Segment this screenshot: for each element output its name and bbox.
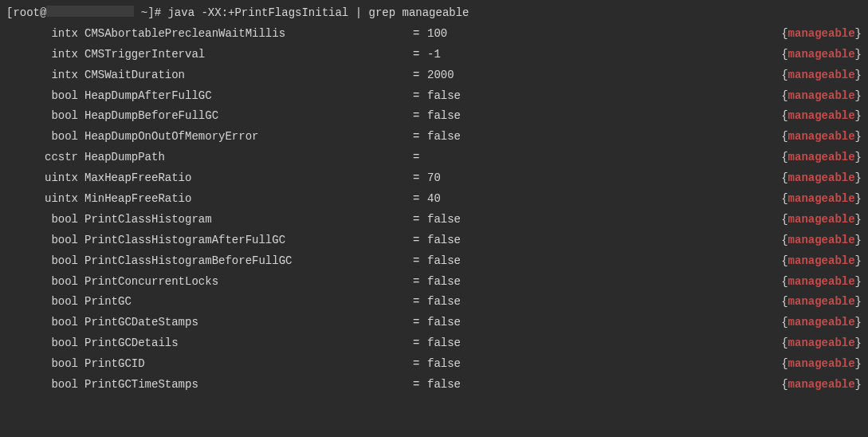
flag-tag: {manageable} (781, 333, 862, 354)
flag-tag-label: manageable (788, 171, 855, 184)
equals-sign: = (413, 210, 427, 230)
flag-row: boolPrintClassHistogram= false{manageabl… (6, 210, 862, 230)
flag-type: bool (6, 210, 78, 230)
flag-row: uintxMaxHeapFreeRatio= 70{manageable} (6, 168, 862, 189)
flag-value: false (427, 375, 781, 396)
flag-row: ccstrHeapDumpPath= {manageable} (6, 148, 862, 168)
flag-name: PrintGCTimeStamps (78, 375, 413, 396)
flag-type: bool (6, 127, 78, 148)
flag-tag: {manageable} (781, 65, 862, 86)
flag-tag-label: manageable (788, 254, 855, 267)
flag-tag: {manageable} (781, 313, 862, 333)
flag-row: boolPrintGCDetails= false{manageable} (6, 333, 862, 354)
flag-type: intx (6, 45, 78, 65)
flag-row: boolPrintGCTimeStamps= false{manageable} (6, 375, 862, 396)
flag-tag-label: manageable (788, 378, 855, 391)
flag-tag-label: manageable (788, 69, 855, 81)
flag-name: PrintGCID (78, 354, 413, 375)
flag-tag: {manageable} (781, 375, 862, 396)
flag-tag: {manageable} (781, 168, 862, 189)
flag-value: false (427, 127, 781, 148)
flag-value: 100 (427, 24, 781, 45)
flag-value: false (427, 333, 781, 354)
equals-sign: = (413, 251, 427, 272)
flag-value: false (427, 313, 781, 333)
equals-sign: = (413, 230, 427, 251)
flag-type: bool (6, 375, 78, 396)
flag-name: PrintGCDetails (78, 333, 413, 354)
flag-type: intx (6, 65, 78, 86)
flag-value: false (427, 354, 781, 375)
flag-tag: {manageable} (781, 210, 862, 230)
flag-type: uintx (6, 189, 78, 210)
flag-tag: {manageable} (781, 189, 862, 210)
flag-row: boolHeapDumpOnOutOfMemoryError= false{ma… (6, 127, 862, 148)
flag-row: boolHeapDumpAfterFullGC= false{manageabl… (6, 86, 862, 107)
flag-name: CMSWaitDuration (78, 65, 413, 86)
flag-name: PrintConcurrentLocks (78, 272, 413, 293)
flag-row: boolPrintGC= false{manageable} (6, 292, 862, 313)
flag-name: PrintClassHistogramBeforeFullGC (78, 251, 413, 272)
flag-value: false (427, 106, 781, 127)
flag-name: PrintClassHistogram (78, 210, 413, 230)
flag-type: bool (6, 251, 78, 272)
flag-tag: {manageable} (781, 292, 862, 313)
flag-name: CMSTriggerInterval (78, 45, 413, 65)
equals-sign: = (413, 65, 427, 86)
equals-sign: = (413, 24, 427, 45)
flag-name: PrintClassHistogramAfterFullGC (78, 230, 413, 251)
flag-value: 40 (427, 189, 781, 210)
flag-tag-label: manageable (788, 48, 855, 61)
equals-sign: = (413, 272, 427, 293)
flag-name: PrintGC (78, 292, 413, 313)
equals-sign: = (413, 354, 427, 375)
equals-sign: = (413, 168, 427, 189)
flag-tag-label: manageable (788, 192, 855, 205)
equals-sign: = (413, 189, 427, 210)
flag-row: boolPrintConcurrentLocks= false{manageab… (6, 272, 862, 293)
flag-type: bool (6, 272, 78, 293)
flag-name: MinHeapFreeRatio (78, 189, 413, 210)
flag-row: intxCMSWaitDuration= 2000{manageable} (6, 65, 862, 86)
equals-sign: = (413, 333, 427, 354)
equals-sign: = (413, 313, 427, 333)
flag-row: boolHeapDumpBeforeFullGC= false{manageab… (6, 106, 862, 127)
flag-tag: {manageable} (781, 24, 862, 45)
flag-value: false (427, 210, 781, 230)
flag-row: boolPrintClassHistogramBeforeFullGC= fal… (6, 251, 862, 272)
prompt-prefix: [root@ (6, 6, 46, 19)
flag-value: false (427, 86, 781, 107)
flag-tag-label: manageable (788, 295, 855, 308)
flag-tag-label: manageable (788, 357, 855, 370)
flag-tag: {manageable} (781, 45, 862, 65)
equals-sign: = (413, 127, 427, 148)
equals-sign: = (413, 45, 427, 65)
flag-row: boolPrintGCID= false{manageable} (6, 354, 862, 375)
flag-name: PrintGCDateStamps (78, 313, 413, 333)
flag-type: bool (6, 106, 78, 127)
flag-value: false (427, 230, 781, 251)
equals-sign: = (413, 106, 427, 127)
flag-type: bool (6, 86, 78, 107)
flag-name: HeapDumpPath (78, 148, 413, 168)
flag-name: CMSAbortablePrecleanWaitMillis (78, 24, 413, 45)
flag-tag-label: manageable (788, 89, 855, 102)
flag-value: 70 (427, 168, 781, 189)
equals-sign: = (413, 375, 427, 396)
flag-name: HeapDumpOnOutOfMemoryError (78, 127, 413, 148)
equals-sign: = (413, 86, 427, 107)
flag-type: bool (6, 313, 78, 333)
flag-tag-label: manageable (788, 337, 855, 349)
flag-type: intx (6, 24, 78, 45)
flag-row: boolPrintClassHistogramAfterFullGC= fals… (6, 230, 862, 251)
flag-tag-label: manageable (788, 316, 855, 329)
flags-output: intxCMSAbortablePrecleanWaitMillis= 100{… (6, 24, 862, 396)
flag-value: false (427, 272, 781, 293)
flag-tag: {manageable} (781, 251, 862, 272)
flag-tag: {manageable} (781, 106, 862, 127)
flag-tag-label: manageable (788, 130, 855, 143)
flag-value: false (427, 292, 781, 313)
flag-tag: {manageable} (781, 354, 862, 375)
flag-type: uintx (6, 168, 78, 189)
flag-name: MaxHeapFreeRatio (78, 168, 413, 189)
